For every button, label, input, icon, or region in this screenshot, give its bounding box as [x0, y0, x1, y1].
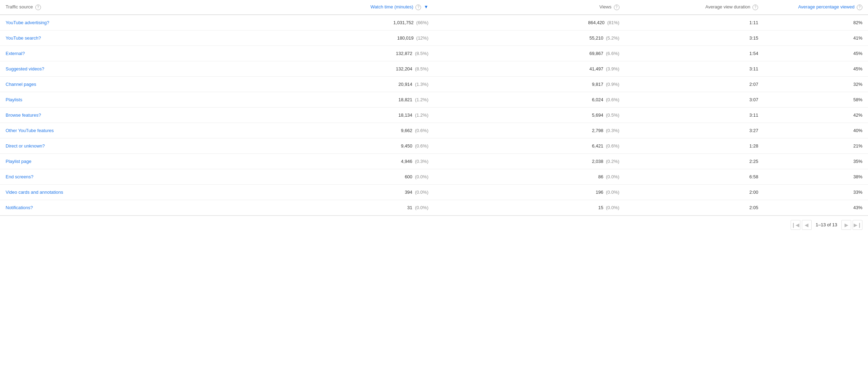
- avg-pct-cell: 58%: [764, 92, 868, 107]
- pagination: ❙◀ ◀ 1–13 of 13 ▶ ▶❙: [0, 215, 868, 234]
- table-row: YouTube advertising?1,031,752 (66%)864,4…: [0, 15, 868, 30]
- views-cell: 55,210 (5.2%): [434, 30, 625, 46]
- views-cell: 2,038 (0.2%): [434, 153, 625, 169]
- col-header-watch: Watch time (minutes): [371, 4, 413, 9]
- prev-page-button[interactable]: ◀: [802, 220, 812, 230]
- source-link[interactable]: Suggested videos: [6, 66, 42, 71]
- watch-time-cell: 132,872 (8.5%): [243, 46, 434, 61]
- table-row: End screens?600 (0.0%)86 (0.0%)6:5838%: [0, 169, 868, 184]
- avg-duration-cell: 2:05: [625, 200, 764, 215]
- watch-time-cell: 18,821 (1.2%): [243, 92, 434, 107]
- avg-pct-cell: 21%: [764, 138, 868, 153]
- views-cell: 2,798 (0.3%): [434, 123, 625, 138]
- table-row: Playlist page4,946 (0.3%)2,038 (0.2%)2:2…: [0, 153, 868, 169]
- table-row: Direct or unknown?9,450 (0.6%)6,421 (0.6…: [0, 138, 868, 153]
- avg-pct-cell: 82%: [764, 15, 868, 30]
- views-cell: 86 (0.0%): [434, 169, 625, 184]
- views-cell: 15 (0.0%): [434, 200, 625, 215]
- page-info: 1–13 of 13: [816, 222, 837, 227]
- next-page-button[interactable]: ▶: [841, 220, 851, 230]
- avg-pct-cell: 41%: [764, 30, 868, 46]
- watch-help-icon[interactable]: ?: [415, 5, 421, 10]
- avg-duration-cell: 3:27: [625, 123, 764, 138]
- watch-time-cell: 180,019 (12%): [243, 30, 434, 46]
- views-cell: 9,817 (0.9%): [434, 76, 625, 92]
- table-row: Channel pages20,914 (1.3%)9,817 (0.9%)2:…: [0, 76, 868, 92]
- first-page-button[interactable]: ❙◀: [791, 220, 800, 230]
- table-row: YouTube search?180,019 (12%)55,210 (5.2%…: [0, 30, 868, 46]
- source-link[interactable]: Channel pages: [6, 82, 36, 87]
- sort-down-icon[interactable]: ▼: [424, 4, 428, 10]
- watch-time-cell: 4,946 (0.3%): [243, 153, 434, 169]
- source-link[interactable]: Playlist page: [6, 159, 31, 164]
- avg-pct-cell: 43%: [764, 200, 868, 215]
- avg-duration-cell: 2:00: [625, 184, 764, 200]
- traffic-source-table: Traffic source ? Watch time (minutes) ? …: [0, 0, 868, 234]
- col-header-source: Traffic source: [6, 4, 33, 9]
- avg-duration-cell: 3:07: [625, 92, 764, 107]
- row-help-icon[interactable]: ?: [30, 205, 33, 210]
- views-cell: 41,497 (3.9%): [434, 61, 625, 76]
- avg-duration-help-icon[interactable]: ?: [752, 5, 758, 10]
- avg-duration-cell: 3:11: [625, 61, 764, 76]
- row-help-icon[interactable]: ?: [42, 143, 45, 149]
- source-link[interactable]: Playlists: [6, 97, 22, 102]
- row-help-icon[interactable]: ?: [42, 66, 44, 71]
- table-row: Other YouTube features9,662 (0.6%)2,798 …: [0, 123, 868, 138]
- views-cell: 5,694 (0.5%): [434, 107, 625, 123]
- avg-pct-cell: 35%: [764, 153, 868, 169]
- avg-duration-cell: 1:28: [625, 138, 764, 153]
- table-row: External?132,872 (8.5%)69,867 (6.6%)1:54…: [0, 46, 868, 61]
- source-link[interactable]: Direct or unknown: [6, 143, 42, 149]
- avg-duration-cell: 1:54: [625, 46, 764, 61]
- row-help-icon[interactable]: ?: [47, 20, 49, 25]
- table-row: Suggested videos?132,204 (8.5%)41,497 (3…: [0, 61, 868, 76]
- watch-time-cell: 600 (0.0%): [243, 169, 434, 184]
- table-row: Notifications?31 (0.0%)15 (0.0%)2:0543%: [0, 200, 868, 215]
- watch-time-cell: 132,204 (8.5%): [243, 61, 434, 76]
- source-link[interactable]: YouTube advertising: [6, 20, 47, 25]
- views-cell: 6,024 (0.6%): [434, 92, 625, 107]
- avg-duration-cell: 2:25: [625, 153, 764, 169]
- avg-pct-cell: 32%: [764, 76, 868, 92]
- avg-pct-cell: 45%: [764, 46, 868, 61]
- table-row: Playlists18,821 (1.2%)6,024 (0.6%)3:0758…: [0, 92, 868, 107]
- source-link[interactable]: External: [6, 51, 22, 56]
- views-cell: 69,867 (6.6%): [434, 46, 625, 61]
- views-help-icon[interactable]: ?: [614, 5, 620, 10]
- avg-pct-cell: 33%: [764, 184, 868, 200]
- source-link[interactable]: YouTube search: [6, 35, 38, 41]
- col-header-avg-pct: Average percentage viewed: [798, 4, 854, 9]
- avg-pct-cell: 38%: [764, 169, 868, 184]
- avg-pct-cell: 45%: [764, 61, 868, 76]
- row-help-icon[interactable]: ?: [38, 35, 41, 41]
- source-link[interactable]: Notifications: [6, 205, 30, 210]
- table-row: Browse features?18,134 (1.2%)5,694 (0.5%…: [0, 107, 868, 123]
- views-cell: 864,420 (81%): [434, 15, 625, 30]
- row-help-icon[interactable]: ?: [38, 112, 41, 118]
- avg-pct-cell: 42%: [764, 107, 868, 123]
- avg-duration-cell: 3:15: [625, 30, 764, 46]
- views-cell: 196 (0.0%): [434, 184, 625, 200]
- last-page-button[interactable]: ▶❙: [853, 220, 862, 230]
- views-cell: 6,421 (0.6%): [434, 138, 625, 153]
- watch-time-cell: 394 (0.0%): [243, 184, 434, 200]
- source-link[interactable]: End screens: [6, 174, 31, 179]
- col-header-avg-duration: Average view duration: [705, 4, 750, 9]
- watch-time-cell: 18,134 (1.2%): [243, 107, 434, 123]
- source-link[interactable]: Video cards and annotations: [6, 190, 63, 195]
- avg-duration-cell: 6:58: [625, 169, 764, 184]
- row-help-icon[interactable]: ?: [31, 174, 33, 179]
- avg-duration-cell: 3:11: [625, 107, 764, 123]
- avg-duration-cell: 2:07: [625, 76, 764, 92]
- avg-pct-help-icon[interactable]: ?: [857, 5, 862, 10]
- watch-time-cell: 9,450 (0.6%): [243, 138, 434, 153]
- source-link[interactable]: Browse features: [6, 112, 38, 118]
- table-row: Video cards and annotations394 (0.0%)196…: [0, 184, 868, 200]
- avg-pct-cell: 40%: [764, 123, 868, 138]
- watch-time-cell: 9,662 (0.6%): [243, 123, 434, 138]
- row-help-icon[interactable]: ?: [22, 51, 25, 56]
- avg-duration-cell: 1:11: [625, 15, 764, 30]
- source-link[interactable]: Other YouTube features: [6, 128, 54, 133]
- source-help-icon[interactable]: ?: [35, 5, 41, 10]
